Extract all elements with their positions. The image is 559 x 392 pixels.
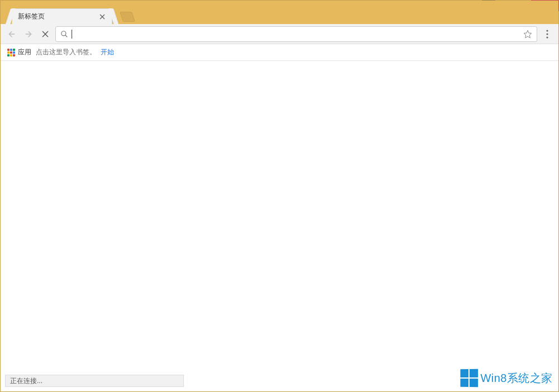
text-cursor [72,30,72,39]
back-button[interactable] [5,27,18,41]
bookmark-star-icon[interactable] [523,30,532,39]
import-bookmarks-hint: 点击这里导入书签。 [36,48,96,57]
tab-new-tab[interactable]: 新标签页 [12,8,112,24]
main-menu-button[interactable] [541,27,554,41]
browser-window: 新标签页 [0,0,559,392]
svg-point-13 [546,30,548,31]
titlebar[interactable] [1,1,558,5]
apps-label: 应用 [18,48,31,57]
svg-point-10 [61,31,66,35]
omnibox[interactable] [55,26,537,42]
forward-button[interactable] [22,27,35,41]
bookmarks-bar: 应用 点击这里导入书签。 开始 [1,44,558,61]
start-link[interactable]: 开始 [101,48,114,57]
svg-point-15 [546,36,548,38]
svg-line-11 [65,35,68,37]
stop-reload-button[interactable] [39,27,52,41]
page-content [1,61,558,391]
search-icon [60,30,68,38]
address-input[interactable] [75,30,520,38]
apps-icon [7,49,15,56]
tab-close-icon[interactable] [98,13,106,21]
tab-strip: 新标签页 [1,5,558,24]
watermark-text: Win8系统之家 [480,371,553,386]
apps-shortcut[interactable]: 应用 [7,48,31,57]
tab-title: 新标签页 [18,12,98,21]
svg-marker-12 [524,30,531,37]
toolbar [1,24,558,44]
windows-logo-icon [461,369,479,388]
status-text: 正在连接... [10,376,42,386]
new-tab-button[interactable] [120,12,135,22]
status-bar: 正在连接... [5,375,184,387]
svg-point-14 [546,33,548,35]
watermark: Win8系统之家 [460,369,553,387]
